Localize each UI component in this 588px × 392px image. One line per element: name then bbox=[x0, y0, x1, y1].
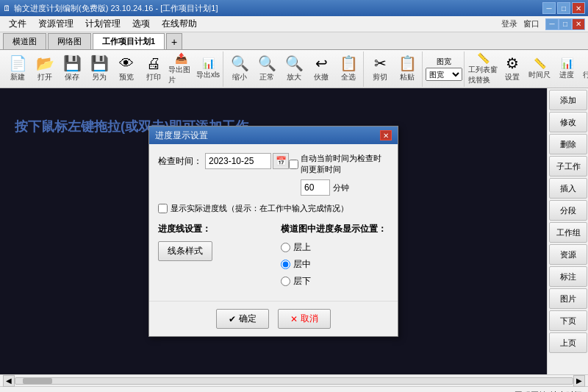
sidebar-delete-btn[interactable]: 删除 bbox=[549, 134, 587, 154]
sidebar-workgroup-btn[interactable]: 工作组 bbox=[549, 222, 587, 243]
main-area: 按下鼠标左键拖拉(或双击)即可添加工作 进度显示设置 ✕ 检查时间： 📅 bbox=[0, 88, 588, 374]
toolbar-undo-btn[interactable]: ↩伙撤 bbox=[308, 53, 334, 85]
toolbar-paste-btn[interactable]: 📋粘贴 bbox=[394, 53, 420, 85]
dialog-ok-btn[interactable]: ✔ 确定 bbox=[216, 309, 269, 329]
scroll-thumb[interactable] bbox=[23, 378, 52, 384]
position-bottom-radio[interactable] bbox=[281, 277, 290, 286]
toolbar-settings-btn[interactable]: ⚙设置 bbox=[499, 53, 526, 85]
toolbar-preview-btn[interactable]: 👁预览 bbox=[113, 53, 140, 85]
line-style-btn[interactable]: 线条样式 bbox=[158, 241, 212, 261]
sidebar-insert-btn[interactable]: 插入 bbox=[549, 178, 587, 199]
check-date-input[interactable] bbox=[205, 153, 271, 169]
tab-plan[interactable]: 工作项目计划1 bbox=[93, 33, 165, 49]
app-icon: 🗓 bbox=[3, 4, 11, 13]
toolbar-group-scale: 图宽 图宽 适合 bbox=[424, 51, 465, 87]
sidebar-prev-page-btn[interactable]: 上页 bbox=[549, 332, 587, 353]
sub-restore-btn[interactable]: □ bbox=[559, 18, 572, 30]
auto-check-checkbox[interactable] bbox=[289, 160, 298, 169]
sidebar-add-btn[interactable]: 添加 bbox=[549, 90, 587, 110]
toolbar-find-replace-btn[interactable]: 📏工列表窗找替换 bbox=[467, 53, 498, 85]
toolbar-export-xls-btn[interactable]: 📊导出xls bbox=[195, 53, 221, 85]
position-middle-label: 层中 bbox=[293, 258, 311, 271]
sub-close-btn[interactable]: ✕ bbox=[572, 18, 585, 30]
title-bar: 🗓 输文进度计划编制(免费版) 23.10.24.16 - [工作项目计划1] … bbox=[0, 0, 588, 16]
auto-check-label: 自动当前时间为检查时间更新时间 bbox=[301, 153, 389, 175]
toolbar-select-all-btn[interactable]: 📋全选 bbox=[335, 53, 362, 85]
scale-label: 图宽 bbox=[437, 57, 451, 67]
menu-help[interactable]: 在线帮助 bbox=[156, 16, 203, 32]
canvas-area[interactable]: 按下鼠标左键拖拉(或双击)即可添加工作 进度显示设置 ✕ 检查时间： 📅 bbox=[0, 88, 547, 374]
show-progress-label: 显示实际进度线（提示：在工作中输入完成情况） bbox=[171, 203, 348, 214]
dialog-columns: 进度线设置： 线条样式 横道图中进度条显示位置： 层上 bbox=[158, 223, 389, 292]
calendar-btn[interactable]: 📅 bbox=[273, 153, 289, 169]
sidebar-edit-btn[interactable]: 修改 bbox=[549, 112, 587, 132]
cancel-x-icon: ✕ bbox=[290, 314, 298, 324]
toolbar-open-btn[interactable]: 📂打开 bbox=[32, 53, 58, 85]
modal-overlay: 进度显示设置 ✕ 检查时间： 📅 bbox=[0, 88, 547, 374]
dialog-title-text: 进度显示设置 bbox=[155, 129, 208, 142]
sub-minimize-btn[interactable]: ─ bbox=[545, 18, 559, 30]
toolbar-zoom-out-btn[interactable]: 🔍缩小 bbox=[226, 53, 253, 85]
progress-line-title: 进度线设置： bbox=[158, 223, 266, 235]
menu-plan[interactable]: 计划管理 bbox=[79, 16, 126, 32]
win-minimize-btn[interactable]: ─ bbox=[542, 2, 556, 14]
date-input-wrap: 📅 bbox=[205, 153, 289, 169]
toolbar-export-img-btn[interactable]: 📤导出图片 bbox=[168, 53, 194, 85]
menu-options[interactable]: 选项 bbox=[126, 16, 156, 32]
menu-bar: 文件 资源管理 计划管理 选项 在线帮助 登录 窗口 ─ □ ✕ bbox=[0, 16, 588, 32]
toolbar-zoom-normal-btn[interactable]: 🔍正常 bbox=[254, 53, 280, 85]
sidebar-segment-btn[interactable]: 分段 bbox=[549, 200, 587, 221]
toolbar-cut-btn[interactable]: ✂剪切 bbox=[367, 53, 393, 85]
toolbar-saveas-btn[interactable]: 💾另为 bbox=[86, 53, 112, 85]
sidebar-annotation-btn[interactable]: 标注 bbox=[549, 266, 587, 287]
minutes-label: 分钟 bbox=[333, 182, 349, 193]
sidebar-next-page-btn[interactable]: 下页 bbox=[549, 310, 587, 331]
toolbar-group-clip: ✂剪切 📋粘贴 bbox=[365, 51, 423, 87]
toolbar-group-view: 🔍缩小 🔍正常 🔍放大 ↩伙撤 📋全选 bbox=[225, 51, 364, 87]
win-maximize-btn[interactable]: □ bbox=[557, 2, 570, 14]
win-close-btn[interactable]: ✕ bbox=[572, 2, 585, 14]
toolbar-zoom-in-btn[interactable]: 🔍放大 bbox=[281, 53, 307, 85]
show-progress-row[interactable]: 显示实际进度线（提示：在工作中输入完成情况） bbox=[158, 203, 389, 214]
minutes-input[interactable] bbox=[301, 179, 330, 196]
dialog-title-bar: 进度显示设置 ✕ bbox=[149, 126, 398, 144]
toolbar-progress-btn[interactable]: 📊进度 bbox=[553, 53, 580, 85]
tab-bar: 横道图 网络图 工作项目计划1 + bbox=[0, 32, 588, 50]
tab-network[interactable]: 网络图 bbox=[48, 33, 91, 49]
position-bottom-row: 层下 bbox=[281, 275, 389, 288]
tab-add-btn[interactable]: + bbox=[166, 33, 182, 49]
scale-select[interactable]: 图宽 适合 bbox=[426, 68, 462, 81]
check-date-label: 检查时间： bbox=[158, 155, 202, 168]
sidebar-resource-btn[interactable]: 资源 bbox=[549, 244, 587, 265]
sidebar-subtask-btn[interactable]: 子工作 bbox=[549, 156, 587, 177]
position-top-row: 层上 bbox=[281, 241, 389, 254]
menu-file[interactable]: 文件 bbox=[3, 16, 32, 32]
menu-resource[interactable]: 资源管理 bbox=[32, 16, 79, 32]
title-text: 输文进度计划编制(免费版) 23.10.24.16 - [工作项目计划1] bbox=[14, 3, 218, 14]
scroll-right-btn[interactable]: ▶ bbox=[573, 375, 585, 387]
dialog-close-btn[interactable]: ✕ bbox=[380, 130, 392, 140]
scrollbar-horizontal: ◀ ▶ bbox=[0, 374, 588, 386]
toolbar-print-btn[interactable]: 🖨打印 bbox=[140, 53, 167, 85]
position-bottom-label: 层下 bbox=[293, 275, 311, 288]
toolbar-save-btn[interactable]: 💾保存 bbox=[59, 53, 85, 85]
sidebar-image-btn[interactable]: 图片 bbox=[549, 288, 587, 309]
scroll-left-btn[interactable]: ◀ bbox=[3, 375, 15, 387]
tab-gantt[interactable]: 横道图 bbox=[3, 33, 46, 49]
show-progress-checkbox[interactable] bbox=[158, 204, 168, 213]
toolbar-new-btn[interactable]: 📄新建 bbox=[4, 53, 31, 85]
dialog-body: 检查时间： 📅 自动当前时间为检查时间更新时间 bbox=[149, 144, 398, 301]
dialog-col-right: 横道图中进度条显示位置： 层上 层中 层下 bbox=[281, 223, 389, 292]
position-top-radio[interactable] bbox=[281, 243, 290, 252]
ok-check-icon: ✔ bbox=[229, 314, 236, 324]
scroll-track[interactable] bbox=[15, 377, 573, 385]
toolbar-timescale-btn[interactable]: 📏时间尺 bbox=[526, 53, 553, 85]
window-label: 窗口 bbox=[523, 18, 539, 29]
dialog-footer: ✔ 确定 ✕ 取消 bbox=[149, 301, 398, 336]
dialog-cancel-btn[interactable]: ✕ 取消 bbox=[278, 309, 331, 329]
toolbar-group-file: 📄新建 📂打开 💾保存 💾另为 👁预览 🖨打印 📤导出图片 📊导出xls bbox=[3, 51, 223, 87]
auto-check-row[interactable]: 自动当前时间为检查时间更新时间 bbox=[289, 153, 389, 175]
position-top-label: 层上 bbox=[293, 241, 311, 254]
position-middle-radio[interactable] bbox=[281, 260, 290, 269]
toolbar-row-order-btn[interactable]: ↕行顺序 bbox=[581, 53, 588, 85]
